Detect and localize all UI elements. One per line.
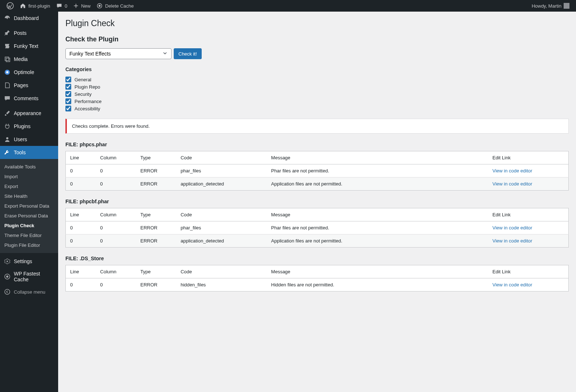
settings-icon <box>4 258 11 265</box>
cell-message: Phar files are not permitted. <box>267 221 488 234</box>
svg-point-5 <box>6 137 8 139</box>
category-general[interactable]: General <box>65 77 569 82</box>
cell-column: 0 <box>96 164 136 177</box>
category-security[interactable]: Security <box>65 91 569 97</box>
cell-column: 0 <box>96 234 136 248</box>
submenu-item-export-personal-data[interactable]: Export Personal Data <box>0 201 58 211</box>
category-checkbox[interactable] <box>65 77 71 82</box>
cell-line: 0 <box>66 177 96 191</box>
svg-point-8 <box>6 275 8 278</box>
view-code-link[interactable]: View in code editor <box>492 225 532 230</box>
sidebar-item-plugins[interactable]: Plugins <box>0 120 58 133</box>
sidebar-item-settings[interactable]: Settings <box>0 255 58 268</box>
view-code-link[interactable]: View in code editor <box>492 238 532 244</box>
check-button[interactable]: Check it! <box>174 48 202 59</box>
delete-cache-link[interactable]: Delete Cache <box>93 0 137 12</box>
submenu-item-erase-personal-data[interactable]: Erase Personal Data <box>0 211 58 221</box>
submenu-item-site-health[interactable]: Site Health <box>0 191 58 201</box>
howdy-text: Howdy, Martin <box>532 3 561 9</box>
admin-bar: first-plugin 0 New Delete Cache Howdy, M… <box>0 0 576 12</box>
th-message: Message <box>267 265 488 278</box>
sidebar-item-comments[interactable]: Comments <box>0 92 58 105</box>
submenu-item-import[interactable]: Import <box>0 172 58 181</box>
comments-count: 0 <box>65 3 67 9</box>
cell-line: 0 <box>66 221 96 234</box>
funky-icon <box>4 42 11 50</box>
category-label: Accessibility <box>74 106 100 111</box>
svg-point-4 <box>6 71 8 73</box>
table-row: 00ERRORapplication_detectedApplication f… <box>66 234 569 248</box>
cell-edit: View in code editor <box>488 221 568 234</box>
table-header-row: LineColumnTypeCodeMessageEdit Link <box>66 265 569 278</box>
submenu-item-export[interactable]: Export <box>0 181 58 191</box>
sidebar-item-label: Comments <box>14 95 39 101</box>
sidebar-item-funky-text[interactable]: Funky Text <box>0 40 58 53</box>
sidebar-item-media[interactable]: Media <box>0 53 58 66</box>
th-column: Column <box>96 208 136 221</box>
comments-link[interactable]: 0 <box>53 0 70 12</box>
plugin-select[interactable]: Funky Text Effects <box>65 48 172 59</box>
page-title: Plugin Check <box>65 19 569 28</box>
home-icon <box>20 3 26 9</box>
file-label-prefix: FILE: <box>65 256 78 261</box>
th-edit: Edit Link <box>488 151 568 164</box>
wordpress-icon <box>7 2 14 9</box>
submenu-item-plugin-file-editor[interactable]: Plugin File Editor <box>0 240 58 250</box>
category-plugin-repo[interactable]: Plugin Repo <box>65 84 569 90</box>
submenu-item-plugin-check[interactable]: Plugin Check <box>0 221 58 230</box>
sidebar-item-posts[interactable]: Posts <box>0 26 58 40</box>
submenu-item-theme-file-editor[interactable]: Theme File Editor <box>0 230 58 240</box>
wp-logo[interactable] <box>4 0 17 12</box>
view-code-link[interactable]: View in code editor <box>492 181 532 187</box>
th-message: Message <box>267 151 488 164</box>
cell-edit: View in code editor <box>488 164 568 177</box>
comment-icon <box>56 3 63 9</box>
collapse-menu[interactable]: Collapse menu <box>0 285 58 298</box>
results-table: LineColumnTypeCodeMessageEdit Link00ERRO… <box>65 208 569 248</box>
category-checkbox[interactable] <box>65 84 71 90</box>
table-row: 00ERRORapplication_detectedApplication f… <box>66 177 569 191</box>
cell-type: ERROR <box>136 234 176 248</box>
submenu-item-available-tools[interactable]: Available Tools <box>0 162 58 172</box>
category-label: Performance <box>74 99 101 104</box>
category-accessibility[interactable]: Accessibility <box>65 106 569 111</box>
plugin-select-wrap: Funky Text Effects <box>65 48 172 59</box>
category-performance[interactable]: Performance <box>65 98 569 104</box>
view-code-link[interactable]: View in code editor <box>492 282 532 287</box>
view-code-link[interactable]: View in code editor <box>492 168 532 173</box>
sidebar-item-label: Posts <box>14 30 27 36</box>
th-code: Code <box>176 265 267 278</box>
category-checkbox[interactable] <box>65 106 71 111</box>
th-type: Type <box>136 208 176 221</box>
sidebar-item-pages[interactable]: Pages <box>0 79 58 92</box>
table-header-row: LineColumnTypeCodeMessageEdit Link <box>66 151 569 164</box>
category-checkbox[interactable] <box>65 91 71 97</box>
cell-code: hidden_files <box>176 278 267 291</box>
sidebar-item-label: Tools <box>14 150 26 155</box>
media-icon <box>4 56 11 63</box>
sidebar-item-tools[interactable]: Tools <box>0 146 58 159</box>
sidebar-item-users[interactable]: Users <box>0 133 58 146</box>
sidebar-item-dashboard[interactable]: Dashboard <box>0 12 58 25</box>
th-code: Code <box>176 208 267 221</box>
cell-code: phar_files <box>176 221 267 234</box>
site-name-label: first-plugin <box>28 3 50 9</box>
avatar <box>564 3 569 9</box>
sidebar-item-label: Pages <box>14 82 28 88</box>
sidebar-item-wp-fastest-cache[interactable]: WP Fastest Cache <box>0 268 58 285</box>
site-name-link[interactable]: first-plugin <box>17 0 53 12</box>
file-heading: FILE: phpcs.phar <box>65 142 569 147</box>
category-label: Plugin Repo <box>74 84 100 90</box>
sidebar-item-optimole[interactable]: Optimole <box>0 66 58 79</box>
table-header-row: LineColumnTypeCodeMessageEdit Link <box>66 208 569 221</box>
cell-type: ERROR <box>136 164 176 177</box>
sidebar-item-label: Funky Text <box>14 43 38 49</box>
file-label-prefix: FILE: <box>65 199 78 204</box>
sidebar-item-label: Plugins <box>14 123 31 129</box>
new-content-link[interactable]: New <box>70 0 93 12</box>
category-checkbox[interactable] <box>65 98 71 104</box>
sidebar-item-label: WP Fastest Cache <box>14 271 55 282</box>
howdy-link[interactable]: Howdy, Martin <box>529 0 572 12</box>
cell-type: ERROR <box>136 177 176 191</box>
sidebar-item-appearance[interactable]: Appearance <box>0 107 58 120</box>
